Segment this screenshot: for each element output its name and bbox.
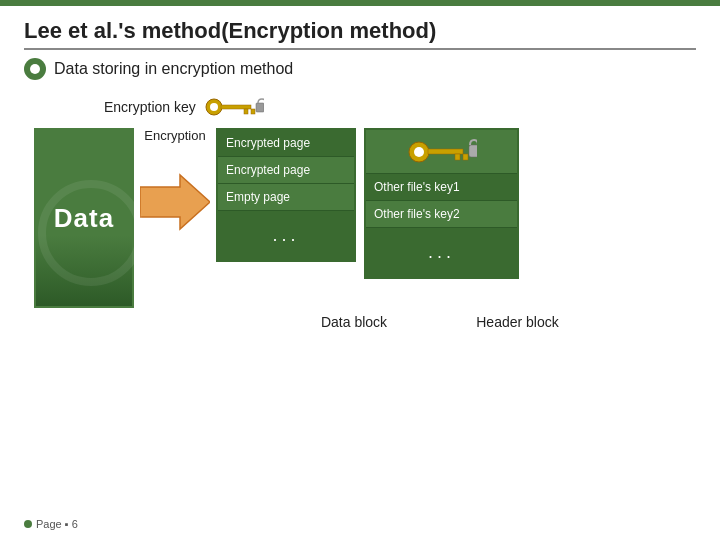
svg-rect-2 (221, 105, 251, 109)
db-row-0: Encrypted page (218, 130, 354, 157)
main-diagram: Data Encryption Encrypted page Encrypted… (34, 128, 696, 308)
svg-rect-4 (251, 109, 255, 114)
encryption-section: Encryption (140, 128, 210, 237)
svg-point-9 (414, 147, 424, 157)
hb-row-1: Other file's key1 (366, 174, 517, 201)
svg-point-1 (210, 103, 218, 111)
data-box-label: Data (54, 203, 114, 234)
svg-rect-3 (244, 109, 248, 114)
page-title: Lee et al.'s method(Encryption method) (24, 18, 696, 50)
subtitle: Data storing in encryption method (24, 58, 696, 80)
svg-rect-5 (256, 103, 264, 112)
encryption-label: Encryption (144, 128, 205, 143)
key-icon (204, 96, 264, 118)
header-block-label: Header block (440, 314, 595, 330)
bullet-icon (24, 58, 46, 80)
data-box: Data (34, 128, 134, 308)
data-block: Encrypted page Encrypted page Empty page… (216, 128, 356, 262)
data-block-label: Data block (284, 314, 424, 330)
page-number-text: Page ▪ 6 (36, 518, 78, 530)
page-number: Page ▪ 6 (24, 518, 78, 530)
hb-row-2: Other file's key2 (366, 201, 517, 228)
encryption-arrow-icon (140, 167, 210, 237)
svg-rect-10 (428, 149, 463, 154)
svg-marker-7 (140, 175, 210, 229)
header-block: Other file's key1 Other file's key2 ... (364, 128, 519, 279)
svg-rect-13 (469, 145, 477, 157)
hb-row-0 (366, 130, 517, 174)
svg-rect-12 (463, 154, 468, 160)
block-labels-row: Data block Header block (284, 314, 696, 330)
page-dot-icon (24, 520, 32, 528)
hb-row-3: ... (366, 228, 517, 277)
key-label: Encryption key (104, 99, 196, 115)
header-key-icon (407, 137, 477, 167)
svg-rect-11 (455, 154, 460, 160)
db-row-1: Encrypted page (218, 157, 354, 184)
subtitle-text: Data storing in encryption method (54, 60, 293, 78)
db-row-3: ... (218, 211, 354, 260)
db-row-2: Empty page (218, 184, 354, 211)
